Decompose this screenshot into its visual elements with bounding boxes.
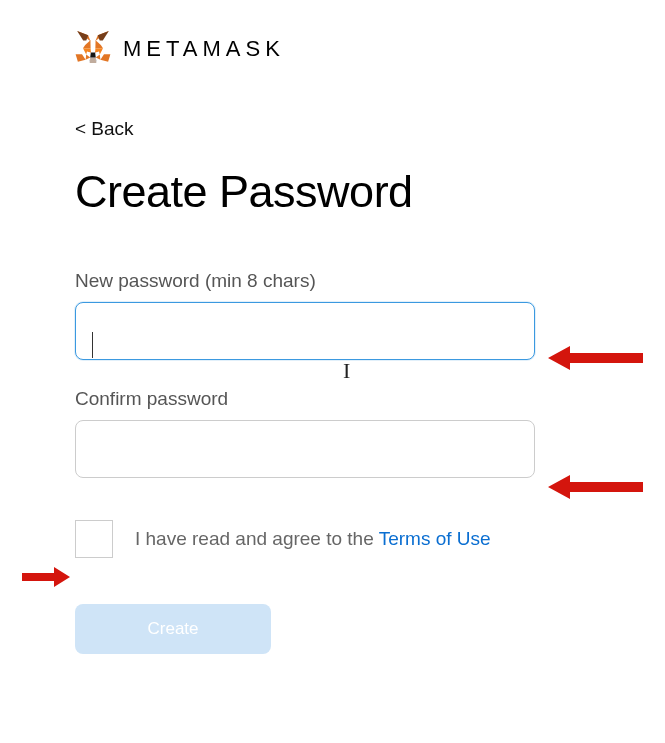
terms-text: I have read and agree to the Terms of Us… xyxy=(135,528,491,550)
svg-marker-15 xyxy=(83,48,91,54)
confirm-password-input[interactable] xyxy=(75,420,535,478)
svg-marker-17 xyxy=(90,52,96,57)
app-header: METAMASK xyxy=(75,30,665,68)
svg-marker-16 xyxy=(90,57,97,62)
svg-marker-12 xyxy=(98,31,109,41)
terms-prefix: I have read and agree to the xyxy=(135,528,379,549)
back-button[interactable]: < Back xyxy=(75,118,134,140)
page-title: Create Password xyxy=(75,166,665,218)
metamask-fox-icon xyxy=(75,30,111,68)
new-password-input[interactable] xyxy=(75,302,535,360)
svg-marker-3 xyxy=(76,54,86,62)
svg-marker-5 xyxy=(95,40,103,48)
svg-marker-6 xyxy=(86,54,91,59)
terms-checkbox[interactable] xyxy=(75,520,113,558)
svg-marker-2 xyxy=(100,54,110,62)
svg-marker-14 xyxy=(95,48,103,54)
new-password-label: New password (min 8 chars) xyxy=(75,270,665,292)
svg-marker-7 xyxy=(96,54,101,59)
brand-name: METAMASK xyxy=(123,36,285,62)
svg-marker-13 xyxy=(77,31,88,41)
confirm-password-label: Confirm password xyxy=(75,388,665,410)
terms-of-use-link[interactable]: Terms of Use xyxy=(379,528,491,549)
svg-marker-4 xyxy=(83,40,91,48)
create-button[interactable]: Create xyxy=(75,604,271,654)
